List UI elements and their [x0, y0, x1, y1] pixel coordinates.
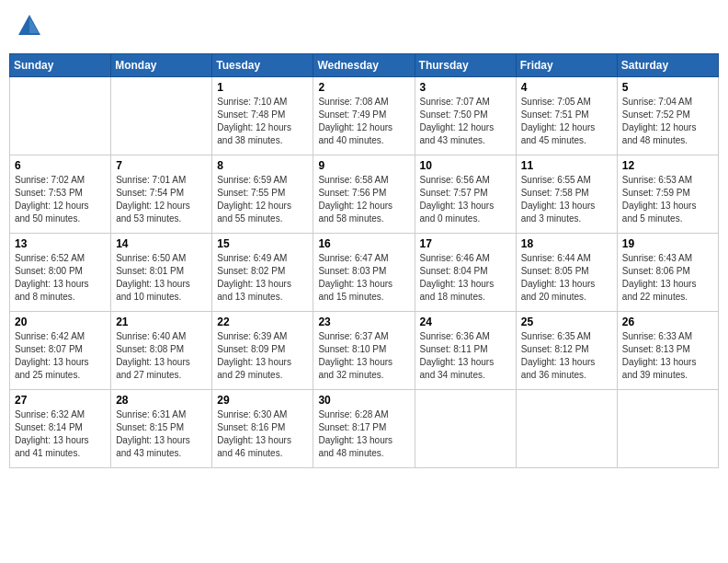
day-number: 9	[318, 159, 409, 172]
calendar-cell: 11Sunrise: 6:55 AMSunset: 7:58 PMDayligh…	[516, 155, 617, 234]
calendar-cell: 7Sunrise: 7:01 AMSunset: 7:54 PMDaylight…	[111, 155, 212, 234]
calendar-cell	[10, 77, 111, 155]
day-info: Sunrise: 7:05 AMSunset: 7:51 PMDaylight:…	[521, 96, 612, 147]
calendar-week-row: 6Sunrise: 7:02 AMSunset: 7:53 PMDaylight…	[10, 155, 719, 234]
day-info: Sunrise: 6:58 AMSunset: 7:56 PMDaylight:…	[318, 174, 409, 225]
day-info: Sunrise: 6:28 AMSunset: 8:17 PMDaylight:…	[318, 408, 409, 460]
day-info: Sunrise: 6:33 AMSunset: 8:13 PMDaylight:…	[622, 330, 713, 382]
day-info: Sunrise: 6:40 AMSunset: 8:08 PMDaylight:…	[116, 330, 207, 382]
calendar-cell: 16Sunrise: 6:47 AMSunset: 8:03 PMDayligh…	[313, 234, 415, 312]
calendar-cell: 21Sunrise: 6:40 AMSunset: 8:08 PMDayligh…	[111, 312, 212, 390]
day-info: Sunrise: 6:35 AMSunset: 8:12 PMDaylight:…	[521, 330, 612, 382]
day-number: 29	[217, 394, 308, 407]
calendar-cell: 19Sunrise: 6:43 AMSunset: 8:06 PMDayligh…	[617, 234, 718, 312]
day-number: 23	[318, 316, 409, 328]
calendar-cell: 4Sunrise: 7:05 AMSunset: 7:51 PMDaylight…	[516, 77, 617, 155]
calendar-header-row: SundayMondayTuesdayWednesdayThursdayFrid…	[10, 54, 719, 77]
calendar-cell	[516, 390, 617, 468]
calendar-week-row: 1Sunrise: 7:10 AMSunset: 7:48 PMDaylight…	[10, 77, 719, 155]
calendar-cell: 2Sunrise: 7:08 AMSunset: 7:49 PMDaylight…	[313, 77, 415, 155]
day-number: 19	[622, 237, 713, 250]
day-number: 2	[318, 81, 409, 94]
weekday-header: Monday	[111, 54, 212, 77]
calendar-cell: 15Sunrise: 6:49 AMSunset: 8:02 PMDayligh…	[212, 234, 313, 312]
day-info: Sunrise: 6:55 AMSunset: 7:58 PMDaylight:…	[521, 174, 612, 225]
calendar-cell: 26Sunrise: 6:33 AMSunset: 8:13 PMDayligh…	[617, 312, 718, 390]
day-number: 22	[217, 316, 308, 328]
calendar-cell: 3Sunrise: 7:07 AMSunset: 7:50 PMDaylight…	[415, 77, 516, 155]
day-number: 25	[521, 316, 612, 328]
day-number: 12	[622, 159, 713, 172]
day-info: Sunrise: 6:42 AMSunset: 8:07 PMDaylight:…	[15, 330, 106, 382]
day-info: Sunrise: 6:36 AMSunset: 8:11 PMDaylight:…	[420, 330, 511, 382]
day-info: Sunrise: 6:31 AMSunset: 8:15 PMDaylight:…	[116, 408, 207, 460]
day-number: 8	[217, 159, 308, 172]
calendar-cell: 18Sunrise: 6:44 AMSunset: 8:05 PMDayligh…	[516, 234, 617, 312]
calendar-cell: 6Sunrise: 7:02 AMSunset: 7:53 PMDaylight…	[10, 155, 111, 234]
day-info: Sunrise: 7:01 AMSunset: 7:54 PMDaylight:…	[116, 174, 207, 225]
calendar-cell: 24Sunrise: 6:36 AMSunset: 8:11 PMDayligh…	[415, 312, 516, 390]
day-info: Sunrise: 6:44 AMSunset: 8:05 PMDaylight:…	[521, 252, 612, 304]
calendar-cell	[415, 390, 516, 468]
weekday-header: Sunday	[10, 54, 111, 77]
calendar-cell: 22Sunrise: 6:39 AMSunset: 8:09 PMDayligh…	[212, 312, 313, 390]
day-info: Sunrise: 6:32 AMSunset: 8:14 PMDaylight:…	[15, 408, 106, 460]
day-number: 1	[217, 81, 308, 94]
weekday-header: Thursday	[415, 54, 516, 77]
day-info: Sunrise: 6:52 AMSunset: 8:00 PMDaylight:…	[15, 252, 106, 304]
calendar-cell: 10Sunrise: 6:56 AMSunset: 7:57 PMDayligh…	[415, 155, 516, 234]
weekday-header: Tuesday	[212, 54, 313, 77]
day-info: Sunrise: 6:39 AMSunset: 8:09 PMDaylight:…	[217, 330, 308, 382]
calendar-cell: 17Sunrise: 6:46 AMSunset: 8:04 PMDayligh…	[415, 234, 516, 312]
day-info: Sunrise: 6:49 AMSunset: 8:02 PMDaylight:…	[217, 252, 308, 304]
day-number: 21	[116, 316, 207, 328]
day-number: 16	[318, 237, 409, 250]
day-number: 18	[521, 237, 612, 250]
weekday-header: Friday	[516, 54, 617, 77]
calendar-cell: 8Sunrise: 6:59 AMSunset: 7:55 PMDaylight…	[212, 155, 313, 234]
calendar-cell: 13Sunrise: 6:52 AMSunset: 8:00 PMDayligh…	[10, 234, 111, 312]
day-info: Sunrise: 7:08 AMSunset: 7:49 PMDaylight:…	[318, 96, 409, 147]
day-info: Sunrise: 6:37 AMSunset: 8:10 PMDaylight:…	[318, 330, 409, 382]
calendar-cell: 1Sunrise: 7:10 AMSunset: 7:48 PMDaylight…	[212, 77, 313, 155]
calendar-cell: 29Sunrise: 6:30 AMSunset: 8:16 PMDayligh…	[212, 390, 313, 468]
calendar-cell: 12Sunrise: 6:53 AMSunset: 7:59 PMDayligh…	[617, 155, 718, 234]
calendar-cell	[617, 390, 718, 468]
calendar-cell: 9Sunrise: 6:58 AMSunset: 7:56 PMDaylight…	[313, 155, 415, 234]
day-number: 4	[521, 81, 612, 94]
day-number: 10	[420, 159, 511, 172]
day-number: 28	[116, 394, 207, 407]
day-info: Sunrise: 7:02 AMSunset: 7:53 PMDaylight:…	[15, 174, 106, 225]
weekday-header: Saturday	[617, 54, 718, 77]
day-info: Sunrise: 6:59 AMSunset: 7:55 PMDaylight:…	[217, 174, 308, 225]
day-number: 14	[116, 237, 207, 250]
day-info: Sunrise: 6:30 AMSunset: 8:16 PMDaylight:…	[217, 408, 308, 460]
day-number: 6	[15, 159, 106, 172]
day-number: 7	[116, 159, 207, 172]
day-info: Sunrise: 6:56 AMSunset: 7:57 PMDaylight:…	[420, 174, 511, 225]
calendar-cell: 30Sunrise: 6:28 AMSunset: 8:17 PMDayligh…	[313, 390, 415, 468]
day-number: 20	[15, 316, 106, 328]
day-info: Sunrise: 6:43 AMSunset: 8:06 PMDaylight:…	[622, 252, 713, 304]
logo	[15, 13, 42, 42]
day-number: 15	[217, 237, 308, 250]
day-number: 11	[521, 159, 612, 172]
calendar-cell: 5Sunrise: 7:04 AMSunset: 7:52 PMDaylight…	[617, 77, 718, 155]
svg-marker-1	[29, 17, 39, 33]
day-info: Sunrise: 6:46 AMSunset: 8:04 PMDaylight:…	[420, 252, 511, 304]
day-info: Sunrise: 7:10 AMSunset: 7:48 PMDaylight:…	[217, 96, 308, 147]
day-info: Sunrise: 6:50 AMSunset: 8:01 PMDaylight:…	[116, 252, 207, 304]
weekday-header: Wednesday	[313, 54, 415, 77]
day-number: 3	[420, 81, 511, 94]
day-info: Sunrise: 6:53 AMSunset: 7:59 PMDaylight:…	[622, 174, 713, 225]
calendar-cell	[111, 77, 212, 155]
calendar-week-row: 20Sunrise: 6:42 AMSunset: 8:07 PMDayligh…	[10, 312, 719, 390]
calendar-cell: 27Sunrise: 6:32 AMSunset: 8:14 PMDayligh…	[10, 390, 111, 468]
day-number: 13	[15, 237, 106, 250]
day-number: 27	[15, 394, 106, 407]
day-info: Sunrise: 6:47 AMSunset: 8:03 PMDaylight:…	[318, 252, 409, 304]
day-number: 30	[318, 394, 409, 407]
calendar-week-row: 13Sunrise: 6:52 AMSunset: 8:00 PMDayligh…	[10, 234, 719, 312]
logo-icon	[17, 13, 42, 39]
calendar-cell: 14Sunrise: 6:50 AMSunset: 8:01 PMDayligh…	[111, 234, 212, 312]
